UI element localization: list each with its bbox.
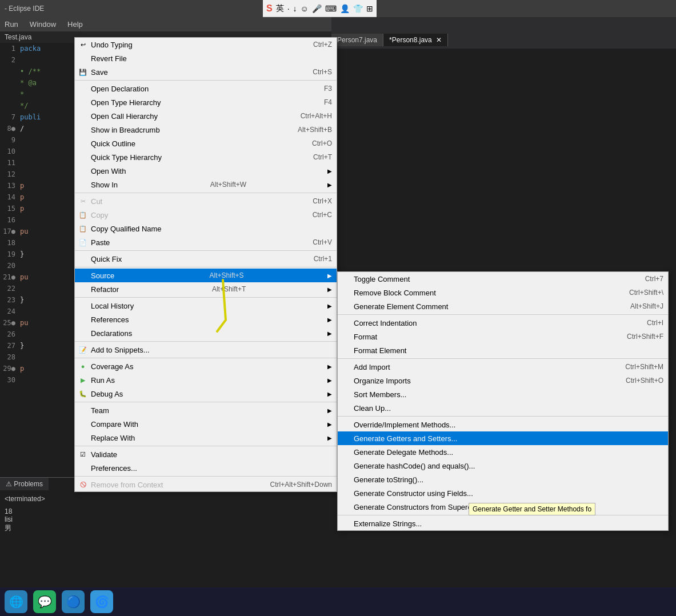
menu-copy-qualified[interactable]: 📋 Copy Qualified Name [75,222,337,235]
menu-revert-file[interactable]: Revert File [75,51,337,65]
submenu-remove-block-comment[interactable]: Remove Block Comment Ctrl+Shift+\ [338,286,668,299]
references-arrow: ▶ [327,317,332,323]
team-arrow: ▶ [327,407,332,414]
menu-references[interactable]: References ▶ [75,313,337,326]
submenu-correct-indentation[interactable]: Correct Indentation Ctrl+I [338,316,668,330]
undo-icon: ↩ [78,40,87,49]
menu-bar: Run Window Help [0,17,331,31]
menu-validate[interactable]: ☑ Validate [75,447,337,461]
menu-window[interactable]: Window [27,19,58,30]
separator-10 [75,476,337,477]
submenu-generate-constructor-fields[interactable]: Generate Constructor using Fields... [338,486,668,500]
compare-arrow: ▶ [327,421,332,427]
menu-source[interactable]: Source Alt+Shift+S ▶ [75,269,337,282]
bottom-content: <terminated> 18 lisi 男 [0,490,331,538]
run-arrow: ▶ [327,377,332,383]
ime-icon6: 👕 [353,4,363,13]
menu-paste[interactable]: 📄 Paste Ctrl+V [75,235,337,249]
submenu-toggle-comment[interactable]: Toggle Comment Ctrl+7 [338,272,668,286]
menu-preferences[interactable]: Preferences... [75,461,337,475]
menu-open-with[interactable]: Open With ▶ [75,164,337,178]
app-title: - Eclipse IDE [5,5,44,13]
sub-sep-2 [338,358,668,359]
menu-refactor[interactable]: Refactor Alt+Shift+T ▶ [75,282,337,296]
debug-arrow: ▶ [327,391,332,397]
menu-help[interactable]: Help [65,19,85,30]
menu-quick-fix[interactable]: Quick Fix Ctrl+1 [75,252,337,266]
tab-close-icon[interactable]: ✕ [436,36,442,44]
ime-icon4: ⌨ [325,4,337,13]
submenu-sort-members[interactable]: Sort Members... [338,387,668,401]
coverage-arrow: ▶ [327,363,332,370]
submenu-format-element[interactable]: Format Element [338,343,668,357]
menu-save[interactable]: 💾 Save Ctrl+S [75,65,337,79]
submenu-generate-element-comment[interactable]: Generate Element Comment Alt+Shift+J [338,299,668,313]
show-in-arrow: ▶ [327,182,332,188]
local-history-arrow: ▶ [327,303,332,309]
snippets-icon: 📝 [78,345,87,354]
menu-run[interactable]: Run [2,19,21,30]
tooltip: Generate Getter and Setter Methods fo [469,503,595,515]
submenu-generate-delegate[interactable]: Generate Delegate Methods... [338,445,668,459]
taskbar-icon-2[interactable]: 💬 [33,590,56,613]
submenu-add-import[interactable]: Add Import Ctrl+Shift+M [338,360,668,374]
submenu-generate-tostring[interactable]: Generate toString()... [338,473,668,486]
menu-add-snippets[interactable]: 📝 Add to Snippets... [75,343,337,357]
debug-icon: 🐛 [78,389,87,398]
menu-run-as[interactable]: ▶ Run As ▶ [75,373,337,387]
copy-icon: 📋 [78,210,87,219]
run-icon: ▶ [78,375,87,385]
menu-team[interactable]: Team ▶ [75,403,337,417]
ime-icon7: ⊞ [366,4,373,13]
ime-dot: · [287,4,290,13]
submenu-override-implement[interactable]: Override/Implement Methods... [338,418,668,431]
tab-person8[interactable]: *Person8.java ✕ [383,34,448,46]
sub-sep-3 [338,416,668,417]
menu-replace-with[interactable]: Replace With ▶ [75,431,337,445]
save-icon: 💾 [78,67,87,77]
editor-tabs: Person7.java *Person8.java ✕ [331,31,676,49]
taskbar-icon-3[interactable]: 🔵 [62,590,85,613]
terminated-text: <terminated> [5,495,327,503]
source-submenu: Toggle Comment Ctrl+7 Remove Block Comme… [337,271,669,531]
separator-8 [75,402,337,402]
submenu-generate-hashcode[interactable]: Generate hashCode() and equals()... [338,459,668,473]
ime-icon2: ☺ [301,4,309,13]
menu-remove-context[interactable]: 🚫 Remove from Context Ctrl+Alt+Shift+Dow… [75,478,337,491]
submenu-clean-up[interactable]: Clean Up... [338,401,668,415]
menu-show-in[interactable]: Show In Alt+Shift+W ▶ [75,178,337,191]
menu-declarations[interactable]: Declarations ▶ [75,326,337,340]
refactor-arrow: ▶ [327,286,332,293]
remove-icon: 🚫 [78,480,87,489]
menu-quick-outline[interactable]: Quick Outline Ctrl+O [75,137,337,150]
sub-sep-1 [338,314,668,315]
menu-quick-type-hierarchy[interactable]: Quick Type Hierarchy Ctrl+T [75,150,337,164]
menu-compare-with[interactable]: Compare With ▶ [75,417,337,431]
taskbar-icon-4[interactable]: 🌀 [90,590,113,613]
tab-person7[interactable]: Person7.java [331,34,383,46]
bottom-tab-problems[interactable]: ⚠ Problems [0,478,49,490]
menu-open-declaration[interactable]: Open Declaration F3 [75,82,337,95]
ime-logo: S [266,3,273,14]
taskbar-icon-1[interactable]: 🌐 [5,590,27,613]
menu-copy[interactable]: 📋 Copy Ctrl+C [75,208,337,222]
menu-coverage-as[interactable]: ● Coverage As ▶ [75,359,337,373]
menu-cut[interactable]: ✂ Cut Ctrl+X [75,194,337,208]
menu-open-type-hierarchy[interactable]: Open Type Hierarchy F4 [75,95,337,109]
problems-icon: ⚠ [6,480,12,488]
menu-debug-as[interactable]: 🐛 Debug As ▶ [75,387,337,401]
menu-undo-typing[interactable]: ↩ Undo Typing Ctrl+Z [75,38,337,51]
menu-show-breadcrumb[interactable]: Show in Breadcrumb Alt+Shift+B [75,123,337,137]
menu-local-history[interactable]: Local History ▶ [75,299,337,313]
submenu-organize-imports[interactable]: Organize Imports Ctrl+Shift+O [338,374,668,387]
declarations-arrow: ▶ [327,330,332,337]
open-with-arrow: ▶ [327,168,332,174]
paste-icon: 📄 [78,238,87,247]
submenu-format[interactable]: Format Ctrl+Shift+F [338,330,668,343]
submenu-generate-getters-setters[interactable]: Generate Getters and Setters... [338,431,668,445]
menu-open-call-hierarchy[interactable]: Open Call Hierarchy Ctrl+Alt+H [75,109,337,123]
ime-icon5: 👤 [340,4,350,13]
ime-icon3: 🎤 [312,4,322,13]
separator-7 [75,358,337,358]
submenu-externalize-strings[interactable]: Externalize Strings... [338,517,668,530]
